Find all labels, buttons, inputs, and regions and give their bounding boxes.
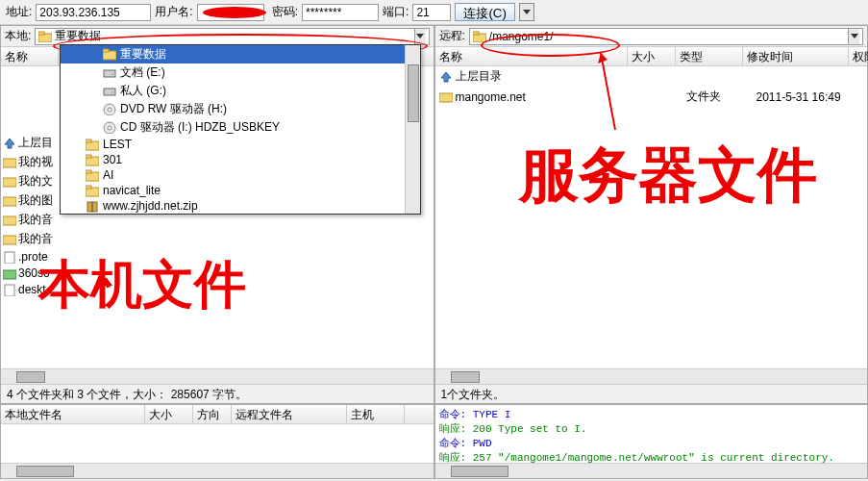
folder-icon: [3, 194, 16, 207]
queue-col-local[interactable]: 本地文件名: [1, 405, 145, 423]
queue-col-remote[interactable]: 远程文件名: [232, 405, 347, 423]
password-input[interactable]: [302, 4, 379, 21]
dropdown-item[interactable]: LEST: [61, 137, 420, 152]
svg-point-19: [112, 91, 113, 93]
svg-rect-10: [5, 285, 14, 296]
drive-icon: [103, 66, 116, 79]
folder-icon: [3, 214, 16, 226]
remote-file-list[interactable]: 上层目录 mangome.net 文件夹 2011-5-31 16:49: [435, 66, 868, 368]
log-line: 响应: 257 "/mangome1/mangome.net/wwwroot" …: [439, 450, 864, 463]
list-item[interactable]: mangome.net 文件夹 2011-5-31 16:49: [435, 87, 868, 107]
remote-col-time[interactable]: 修改时间: [743, 47, 849, 65]
remote-path-dropdown-button[interactable]: [848, 29, 859, 44]
address-label: 地址:: [6, 4, 32, 20]
svg-rect-29: [86, 170, 91, 173]
local-path-dropdown-button[interactable]: [414, 29, 426, 44]
log-line: 响应: 200 Type set to I.: [439, 421, 864, 436]
svg-point-23: [108, 126, 112, 130]
local-path-text: 重要数据: [55, 28, 101, 44]
svg-point-21: [108, 108, 112, 112]
dropdown-item[interactable]: DVD RW 驱动器 (H:): [61, 100, 420, 118]
dvd-icon: [103, 103, 116, 115]
dropdown-item[interactable]: CD 驱动器 (I:) HDZB_USBKEY: [61, 118, 420, 137]
password-label: 密码:: [272, 4, 298, 20]
remote-columns: 名称 大小 类型 修改时间 权限: [435, 47, 868, 66]
log-line: 命令: PWD: [439, 436, 864, 450]
local-side-items: 上层目 我的视 我的文 我的图 我的音 我的音 .prote 360so des…: [3, 134, 53, 297]
svg-rect-15: [103, 49, 109, 52]
queue-col-size[interactable]: 大小: [145, 405, 193, 423]
local-path-dropdown[interactable]: 重要数据文档 (E:)私人 (G:)DVD RW 驱动器 (H:)CD 驱动器 …: [60, 44, 421, 215]
list-item[interactable]: 上层目录: [435, 66, 868, 87]
connect-button[interactable]: 连接(C): [455, 3, 515, 21]
remote-status: 1个文件夹。: [435, 384, 868, 403]
svg-rect-4: [3, 178, 16, 187]
queue-columns: 本地文件名 大小 方向 远程文件名 主机: [1, 405, 434, 424]
remote-path-text: /mangome1/: [489, 30, 554, 43]
port-input[interactable]: [412, 4, 451, 21]
queue-pane: 本地文件名 大小 方向 远程文件名 主机: [0, 404, 434, 479]
address-input[interactable]: [36, 4, 151, 21]
up-icon: [3, 137, 16, 149]
dropdown-item[interactable]: 私人 (G:): [61, 82, 420, 100]
folder-icon: [86, 169, 99, 182]
svg-rect-5: [3, 197, 16, 206]
local-path-combo[interactable]: 重要数据: [35, 28, 429, 45]
local-hscroll[interactable]: [1, 368, 434, 384]
svg-rect-25: [86, 139, 91, 142]
drive-icon: [103, 85, 116, 97]
folder-icon: [86, 185, 99, 197]
dropdown-item[interactable]: navicat_lite: [61, 183, 420, 198]
dropdown-item[interactable]: 重要数据: [61, 45, 420, 63]
svg-rect-8: [5, 252, 14, 264]
remote-col-name[interactable]: 名称: [435, 47, 628, 65]
remote-col-type[interactable]: 类型: [676, 47, 743, 65]
remote-path-label: 远程:: [439, 28, 465, 44]
file-icon: [3, 251, 16, 264]
log-output[interactable]: 命令: TYPE I响应: 200 Type set to I.命令: PWD响…: [435, 405, 868, 463]
remote-hscroll[interactable]: [435, 368, 868, 384]
remote-col-size[interactable]: 大小: [628, 47, 676, 65]
connect-dropdown[interactable]: [519, 3, 534, 21]
remote-pane: 远程: /mangome1/ 名称 大小 类型 修改时间 权限 上层目录 man…: [434, 25, 869, 404]
svg-rect-3: [3, 159, 16, 167]
svg-rect-16: [104, 70, 115, 77]
folder-icon: [3, 233, 16, 245]
dropdown-item[interactable]: www.zjhjdd.net.zip: [61, 198, 420, 214]
svg-rect-6: [3, 216, 16, 225]
dropdown-item[interactable]: AI: [61, 167, 420, 183]
svg-rect-13: [439, 93, 453, 102]
remote-col-perm[interactable]: 权限: [849, 47, 869, 65]
cd-icon: [103, 121, 116, 134]
queue-col-dir[interactable]: 方向: [193, 405, 232, 423]
folder-icon: [103, 48, 116, 61]
up-icon: [439, 70, 453, 83]
dropdown-item[interactable]: 301: [61, 152, 420, 167]
queue-hscroll[interactable]: [1, 463, 434, 478]
log-pane: 命令: TYPE I响应: 200 Type set to I.命令: PWD响…: [434, 404, 869, 479]
queue-list[interactable]: [1, 424, 434, 463]
username-label: 用户名:: [155, 4, 192, 20]
folder-icon: [3, 267, 16, 280]
dropdown-scrollbar[interactable]: [405, 45, 420, 214]
queue-col-host[interactable]: 主机: [347, 405, 405, 423]
folder-icon: [38, 31, 52, 42]
folder-icon: [473, 31, 486, 42]
remote-path-combo[interactable]: /mangome1/: [469, 28, 863, 45]
log-hscroll[interactable]: [435, 463, 868, 478]
username-input[interactable]: [197, 4, 264, 21]
log-line: 命令: TYPE I: [439, 407, 864, 421]
folder-icon: [3, 175, 16, 188]
svg-rect-31: [86, 186, 91, 189]
local-status: 4 个文件夹和 3 个文件，大小： 285607 字节。: [1, 384, 434, 403]
dropdown-item[interactable]: 文档 (E:): [61, 63, 420, 82]
port-label: 端口:: [383, 4, 409, 20]
svg-rect-2: [38, 32, 44, 35]
svg-rect-7: [3, 236, 16, 244]
svg-rect-18: [104, 89, 115, 95]
zip-icon: [86, 200, 99, 213]
folder-icon: [86, 154, 99, 166]
svg-rect-27: [86, 155, 91, 158]
local-path-label: 本地:: [5, 28, 31, 44]
local-col-name[interactable]: 名称: [1, 47, 59, 65]
